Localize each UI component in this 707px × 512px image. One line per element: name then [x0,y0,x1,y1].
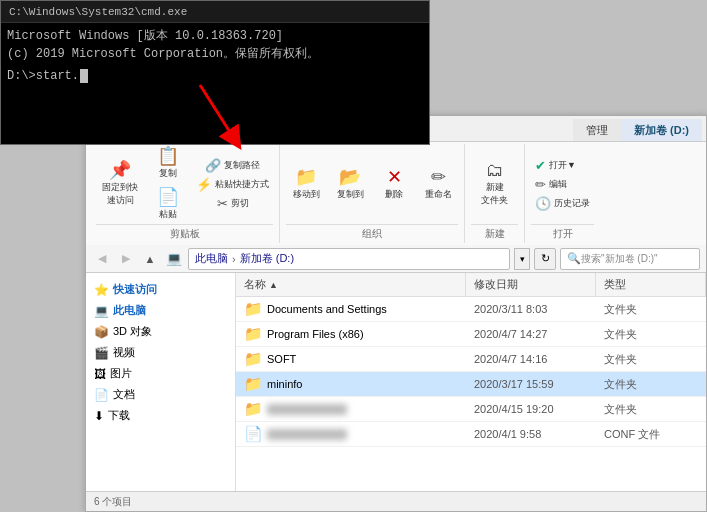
folder-icon: 📁 [244,400,263,418]
file-list: 名称 ▲ 修改日期 类型 📁 Documents and Settings 20… [236,273,706,491]
sidebar-videos[interactable]: 🎬 视频 [86,342,235,363]
copypath-button[interactable]: 🔗 复制路径 [192,157,273,174]
pin-button[interactable]: 📌 固定到快速访问 [96,158,144,210]
refresh-button[interactable]: ↻ [534,248,556,270]
folder-icon: 📁 [244,300,263,318]
sidebar-pictures[interactable]: 🖼 图片 [86,363,235,384]
sidebar-thispc-label: 此电脑 [113,303,146,318]
sidebar: ⭐ 快速访问 💻 此电脑 📦 3D 对象 🎬 视频 🖼 图片 📄 文档 [86,273,236,491]
nav-back-button[interactable]: ◀ [92,249,112,269]
star-icon: ⭐ [94,283,109,297]
pin-icon: 📌 [109,161,131,179]
file-type-cell: 文件夹 [596,374,706,395]
file-type-cell: 文件夹 [596,324,706,345]
pasteshortcut-icon: ⚡ [196,178,212,191]
copyto-icon: 📂 [339,168,361,186]
file-rows-container: 📁 Documents and Settings 2020/3/11 8:03 … [236,297,706,447]
open-icon: ✔ [535,159,546,172]
copypath-icon: 🔗 [205,159,221,172]
status-bar: 6 个项目 [86,491,706,511]
pasteshortcut-button[interactable]: ⚡ 粘贴快捷方式 [192,176,273,193]
edit-icon: ✏ [535,178,546,191]
ribbon-group-open: ✔ 打开▼ ✏ 编辑 🕓 历史记录 打开 [525,144,600,243]
folder-icon: 📁 [244,350,263,368]
downloads-icon: ⬇ [94,409,104,423]
ribbon-group-clipboard: 📌 固定到快速访问 📋 复制 📄 粘贴 🔗 [90,144,280,243]
sidebar-3dobjects[interactable]: 📦 3D 对象 [86,321,235,342]
rename-button[interactable]: ✏ 重命名 [418,165,458,204]
edit-button[interactable]: ✏ 编辑 [531,176,571,193]
ribbon-group-new: 🗂 新建文件夹 新建 [465,144,525,243]
file-icon: 📄 [244,425,263,443]
table-row[interactable]: 📁 2020/4/15 19:20 文件夹 [236,397,706,422]
file-type-cell: 文件夹 [596,399,706,420]
clipboard-label: 剪贴板 [96,224,273,243]
new-items: 🗂 新建文件夹 [471,144,518,224]
file-date-cell: 2020/4/1 9:58 [466,425,596,443]
nav-pc-button[interactable]: 💻 [164,249,184,269]
cut-button[interactable]: ✂ 剪切 [192,195,273,212]
folder-icon: 📁 [244,375,263,393]
organize-label: 组织 [286,224,458,243]
folder-icon: 📁 [244,325,263,343]
search-placeholder: 搜索"新加卷 (D:)" [581,252,658,266]
table-row[interactable]: 📁 Program Files (x86) 2020/4/7 14:27 文件夹 [236,322,706,347]
path-newvol[interactable]: 新加卷 (D:) [240,251,294,266]
cmd-prompt-line: D:\>start. [7,67,423,85]
table-row[interactable]: 📁 mininfo 2020/3/17 15:59 文件夹 [236,372,706,397]
documents-icon: 📄 [94,388,109,402]
col-header-date[interactable]: 修改日期 [466,273,596,296]
cmd-line2: (c) 2019 Microsoft Corporation。保留所有权利。 [7,45,423,63]
path-thispc[interactable]: 此电脑 [195,251,228,266]
clipboard-items: 📌 固定到快速访问 📋 复制 📄 粘贴 🔗 [96,144,273,224]
file-name-cell: 📁 Program Files (x86) [236,322,466,346]
sort-icon: ▲ [269,280,278,290]
col-header-type[interactable]: 类型 [596,273,706,296]
cmd-prompt: D:\>start. [7,67,79,85]
moveto-icon: 📁 [295,168,317,186]
sidebar-documents-label: 文档 [113,387,135,402]
col-header-name[interactable]: 名称 ▲ [236,273,466,296]
delete-button[interactable]: ✕ 删除 [374,165,414,204]
file-name-cell: 📁 SOFT [236,347,466,371]
moveto-button[interactable]: 📁 移动到 [286,165,326,204]
sidebar-thispc[interactable]: 💻 此电脑 [86,300,235,321]
cmd-cursor [80,69,88,83]
address-dropdown-button[interactable]: ▾ [514,248,530,270]
sidebar-quickaccess[interactable]: ⭐ 快速访问 [86,279,235,300]
tab-manage[interactable]: 管理 [573,119,621,141]
address-path[interactable]: 此电脑 › 新加卷 (D:) [188,248,510,270]
open-items: ✔ 打开▼ ✏ 编辑 🕓 历史记录 [531,144,594,224]
search-box[interactable]: 🔍 搜索"新加卷 (D:)" [560,248,700,270]
sidebar-quickaccess-label: 快速访问 [113,282,157,297]
nav-forward-button[interactable]: ▶ [116,249,136,269]
path-separator-1: › [232,253,236,265]
file-name-cell: 📁 [236,397,466,421]
sidebar-documents[interactable]: 📄 文档 [86,384,235,405]
file-date-cell: 2020/4/7 14:16 [466,350,596,368]
cmd-title: C:\Windows\System32\cmd.exe [9,6,187,18]
sidebar-downloads-label: 下载 [108,408,130,423]
copy-button[interactable]: 📋 复制 [148,144,188,183]
nav-up-button[interactable]: ▲ [140,249,160,269]
sidebar-downloads[interactable]: ⬇ 下载 [86,405,235,426]
newfolder-button[interactable]: 🗂 新建文件夹 [475,158,515,210]
copyto-button[interactable]: 📂 复制到 [330,165,370,204]
rename-icon: ✏ [431,168,446,186]
file-type-cell: 文件夹 [596,299,706,320]
open-button[interactable]: ✔ 打开▼ [531,157,580,174]
video-icon: 🎬 [94,346,109,360]
table-row[interactable]: 📄 2020/4/1 9:58 CONF 文件 [236,422,706,447]
file-name-cell: 📁 Documents and Settings [236,297,466,321]
paste-button[interactable]: 📄 粘贴 [148,185,188,224]
file-list-header: 名称 ▲ 修改日期 类型 [236,273,706,297]
table-row[interactable]: 📁 Documents and Settings 2020/3/11 8:03 … [236,297,706,322]
file-name-cell: 📄 [236,422,466,446]
file-name-cell: 📁 mininfo [236,372,466,396]
tab-newvol[interactable]: 新加卷 (D:) [621,119,702,141]
paste-icon: 📄 [157,188,179,206]
table-row[interactable]: 📁 SOFT 2020/4/7 14:16 文件夹 [236,347,706,372]
sidebar-3d-label: 3D 对象 [113,324,152,339]
file-date-cell: 2020/3/11 8:03 [466,300,596,318]
history-button[interactable]: 🕓 历史记录 [531,195,594,212]
